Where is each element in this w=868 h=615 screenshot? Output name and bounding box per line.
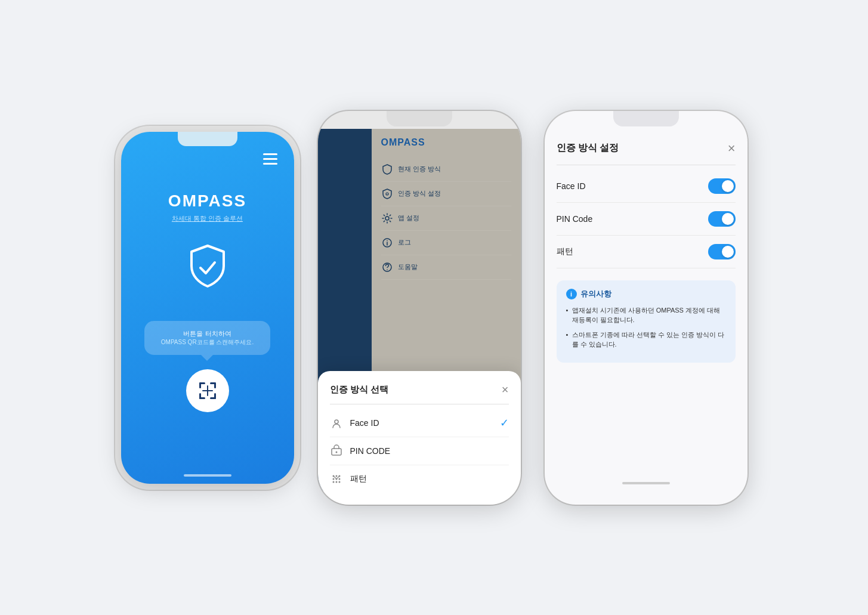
settings-label-pattern: 패턴 — [557, 246, 573, 257]
face-id-icon — [330, 416, 343, 429]
svg-point-23 — [332, 478, 334, 480]
svg-point-16 — [387, 269, 388, 270]
question-icon — [381, 261, 393, 273]
scan-instruction-box: 버튼을 터치하여 OMPASS QR코드를 스캔해주세요. — [144, 321, 270, 355]
phone2-notch — [387, 111, 452, 126]
svg-point-14 — [387, 240, 388, 241]
option-pin-code-label: PIN CODE — [350, 446, 509, 456]
svg-rect-3 — [214, 382, 216, 388]
shield-icon — [181, 241, 234, 295]
notice-item-1: 앱재설치 시기존에 사용하던 OMPASS 계정에 대해 재등록이 필요합니다. — [566, 305, 726, 325]
toggle-pattern[interactable] — [708, 244, 736, 259]
svg-point-26 — [332, 481, 334, 483]
sheet-close-button[interactable]: × — [502, 383, 509, 397]
shield-gear-icon — [381, 188, 393, 200]
settings-label-pin-code: PIN Code — [557, 214, 593, 224]
phone-settings-screen: 인증 방식 설정 × Face ID PIN Code 패턴 i 유의사항 앱재… — [545, 111, 747, 505]
svg-point-11 — [385, 217, 389, 220]
sheet-divider — [330, 404, 509, 404]
ompass-logo-text: OMPASS — [168, 191, 246, 211]
sheet-title: 인증 방식 선택 — [330, 384, 388, 395]
settings-title: 인증 방식 설정 — [557, 142, 619, 154]
svg-point-10 — [386, 193, 388, 195]
svg-point-25 — [338, 478, 340, 480]
shield-icon-wrap — [181, 241, 234, 297]
shield-icon — [381, 163, 393, 175]
scan-text-line1: 버튼을 터치하여 — [161, 329, 254, 338]
check-icon: ✓ — [500, 416, 509, 429]
settings-header: 인증 방식 설정 × — [557, 141, 736, 165]
menu-item-app-settings[interactable]: 앱 설정 — [381, 206, 511, 231]
menu-item-label-auth: 현재 인증 방식 — [398, 165, 441, 174]
menu-item-log[interactable]: 로그 — [381, 231, 511, 255]
menu-item-auth-method[interactable]: 현재 인증 방식 — [381, 157, 511, 182]
svg-rect-7 — [214, 393, 216, 399]
notice-info-icon: i — [566, 289, 577, 299]
phone-menu-screen: OMPASS 현재 인증 방식 인증 방식 설정 — [318, 111, 521, 505]
toggle-face-id[interactable] — [708, 178, 736, 194]
notice-title: 유의사항 — [580, 289, 611, 299]
phone3-notch — [613, 111, 679, 126]
pattern-icon — [330, 472, 343, 486]
menu-item-help[interactable]: 도움말 — [381, 255, 511, 280]
qr-scan-icon — [196, 379, 220, 403]
notice-item-2: 스마트폰 기종에 따라 선택할 수 있는 인증 방식이 다를 수 있습니다. — [566, 330, 726, 350]
menu-item-label-app-settings: 앱 설정 — [398, 214, 419, 222]
pin-icon — [330, 444, 343, 458]
auth-method-selection-sheet: 인증 방식 선택 × Face ID ✓ PIN CODE — [318, 371, 521, 491]
notice-header: i 유의사항 — [566, 289, 726, 299]
home-indicator-bar — [184, 474, 231, 477]
svg-point-21 — [335, 475, 337, 477]
menu-item-auth-settings[interactable]: 인증 방식 설정 — [381, 182, 511, 206]
sheet-header: 인증 방식 선택 × — [330, 383, 509, 397]
menu-logo: OMPASS — [381, 137, 511, 148]
hamburger-menu[interactable] — [263, 153, 277, 165]
option-pattern[interactable]: 패턴 — [330, 465, 509, 491]
scan-text-line2: OMPASS QR코드를 스캔해주세요. — [161, 338, 254, 347]
phone3-home-bar — [622, 482, 670, 484]
phone-home-screen: OMPASS 차세대 통합 인증 솔루션 버튼을 터치하여 OMPASS QR코… — [121, 132, 294, 484]
svg-rect-5 — [199, 393, 201, 399]
svg-rect-9 — [207, 385, 208, 396]
phone1-notch — [178, 132, 237, 146]
settings-row-pin-code[interactable]: PIN Code — [557, 203, 736, 236]
svg-point-19 — [335, 451, 337, 453]
option-pin-code[interactable]: PIN CODE — [330, 437, 509, 465]
phone1-body: OMPASS 차세대 통합 인증 솔루션 버튼을 터치하여 OMPASS QR코… — [121, 156, 294, 484]
qr-scan-button[interactable] — [186, 369, 229, 412]
toggle-pin-code[interactable] — [708, 211, 736, 227]
gear-icon — [381, 212, 393, 224]
settings-close-button[interactable]: × — [728, 141, 736, 156]
phone3-body: 인증 방식 설정 × Face ID PIN Code 패턴 i 유의사항 앱재… — [545, 129, 747, 505]
notice-box: i 유의사항 앱재설치 시기존에 사용하던 OMPASS 계정에 대해 재등록이… — [557, 280, 736, 363]
info-circle-icon — [381, 237, 393, 249]
settings-row-pattern[interactable]: 패턴 — [557, 236, 736, 268]
svg-point-17 — [335, 420, 338, 424]
menu-item-label-auth-settings: 인증 방식 설정 — [398, 189, 441, 198]
settings-row-face-id[interactable]: Face ID — [557, 170, 736, 203]
menu-item-label-help: 도움말 — [398, 262, 418, 271]
svg-point-27 — [335, 481, 337, 483]
phone2-body: OMPASS 현재 인증 방식 인증 방식 설정 — [318, 129, 521, 491]
svg-rect-1 — [199, 382, 201, 388]
option-face-id-label: Face ID — [350, 418, 493, 428]
svg-point-28 — [338, 481, 340, 483]
option-pattern-label: 패턴 — [350, 474, 509, 484]
settings-label-face-id: Face ID — [557, 181, 586, 191]
menu-item-label-log: 로그 — [398, 238, 411, 247]
option-face-id[interactable]: Face ID ✓ — [330, 409, 509, 437]
ompass-subtitle: 차세대 통합 인증 솔루션 — [172, 214, 243, 223]
